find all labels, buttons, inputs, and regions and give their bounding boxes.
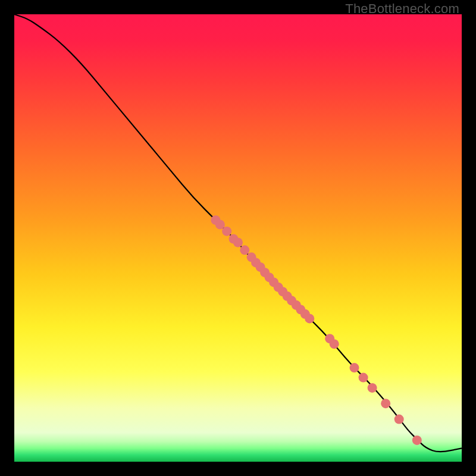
data-point <box>222 227 231 236</box>
data-point <box>381 399 390 408</box>
data-point <box>368 383 377 393</box>
bottleneck-chart <box>14 14 462 462</box>
data-point <box>359 373 368 383</box>
data-point <box>305 314 314 323</box>
data-point <box>330 339 339 349</box>
data-point <box>215 220 225 229</box>
data-point <box>394 415 404 424</box>
data-point <box>350 363 359 372</box>
chart-frame <box>14 14 462 462</box>
data-point <box>233 238 243 248</box>
data-point <box>240 245 249 255</box>
data-point <box>412 436 422 445</box>
